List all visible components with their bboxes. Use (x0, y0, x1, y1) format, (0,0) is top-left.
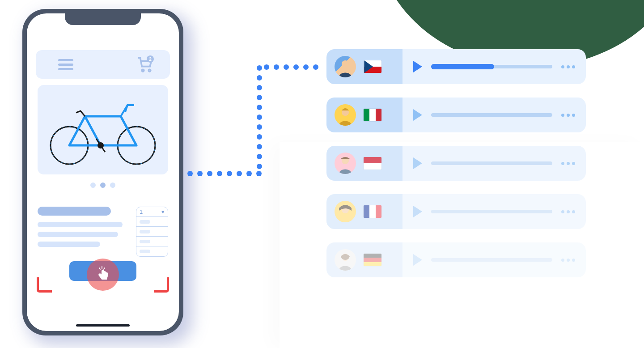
avatar (335, 201, 356, 222)
flag-indonesia-icon (363, 157, 382, 170)
tester-row-france[interactable] (326, 194, 586, 229)
record-corner-bl (37, 277, 52, 293)
bicycle-icon (42, 94, 163, 166)
audio-progress[interactable] (431, 161, 552, 165)
text-line (38, 232, 118, 237)
svg-point-9 (342, 60, 349, 68)
tester-row-italy[interactable] (326, 98, 586, 132)
avatar (335, 104, 356, 126)
svg-point-1 (148, 69, 151, 72)
dropdown-row[interactable] (136, 246, 168, 256)
phone-frame: 2 (22, 9, 183, 335)
audio-progress[interactable] (431, 65, 552, 68)
product-title-placeholder (38, 207, 111, 216)
product-description: 1 ▾ (38, 207, 168, 257)
avatar (335, 249, 356, 271)
quantity-value: 1 (140, 208, 143, 215)
cart-badge: 2 (147, 55, 154, 63)
play-icon[interactable] (413, 109, 422, 121)
quantity-dropdown[interactable]: 1 ▾ (136, 207, 168, 257)
tester-row-indonesia[interactable] (326, 146, 586, 181)
text-line (38, 222, 123, 227)
cart-button[interactable]: 2 (137, 56, 153, 72)
flag-germany-icon (363, 253, 382, 267)
dot[interactable] (90, 182, 96, 188)
more-icon[interactable] (561, 210, 575, 213)
chevron-down-icon: ▾ (161, 208, 165, 215)
more-icon[interactable] (561, 65, 575, 68)
audio-progress[interactable] (431, 113, 552, 117)
avatar (335, 56, 356, 77)
play-icon[interactable] (413, 254, 422, 266)
more-icon[interactable] (561, 259, 575, 262)
more-icon[interactable] (561, 114, 575, 117)
tap-gesture-icon (87, 259, 119, 291)
phone-screen: 2 (27, 13, 179, 331)
flag-italy-icon (363, 108, 382, 122)
tester-row-germany[interactable] (326, 242, 586, 277)
product-image[interactable] (38, 85, 168, 174)
dot[interactable] (110, 182, 115, 188)
carousel-dots[interactable] (90, 182, 115, 188)
dot-active[interactable] (100, 182, 106, 188)
tester-row-czech[interactable] (326, 49, 586, 84)
text-line (38, 242, 100, 247)
play-icon[interactable] (413, 61, 422, 72)
hamburger-menu-icon[interactable] (58, 59, 73, 70)
tester-list (326, 49, 586, 277)
avatar (335, 153, 356, 174)
flag-czech-icon (363, 60, 382, 73)
dropdown-row[interactable] (136, 227, 168, 237)
more-icon[interactable] (561, 162, 575, 165)
home-indicator[interactable] (76, 324, 130, 327)
audio-progress[interactable] (431, 258, 552, 262)
play-icon[interactable] (413, 206, 422, 217)
app-header: 2 (36, 50, 170, 79)
play-icon[interactable] (413, 157, 422, 169)
phone-notch (65, 13, 141, 25)
audio-progress[interactable] (431, 210, 552, 213)
svg-point-0 (142, 69, 144, 72)
flag-france-icon (363, 205, 382, 218)
record-corner-br (154, 277, 169, 293)
dropdown-row[interactable] (136, 217, 168, 227)
dropdown-row[interactable] (136, 237, 168, 246)
